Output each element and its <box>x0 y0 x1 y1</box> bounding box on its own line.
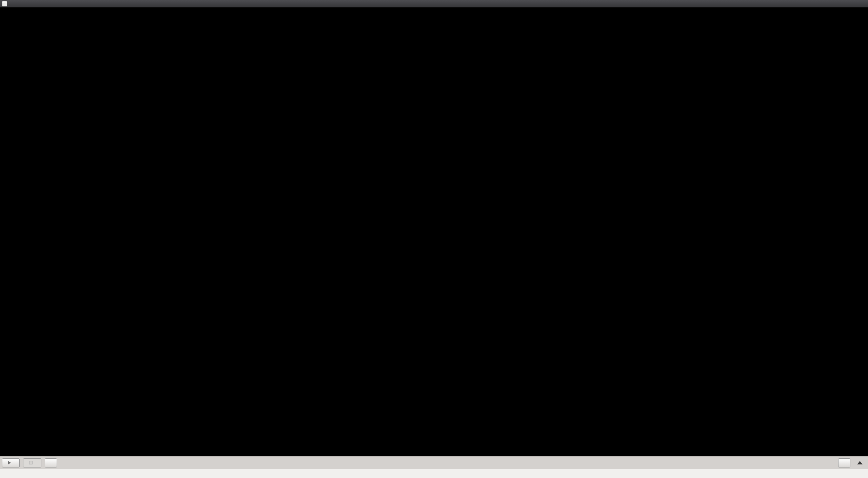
window-titlebar <box>0 0 868 7</box>
status-bar <box>0 469 868 478</box>
app-icon <box>2 1 7 6</box>
stop-icon <box>29 461 33 464</box>
play-icon <box>8 461 11 464</box>
statusbar-links <box>857 464 863 478</box>
start-online-button[interactable] <box>2 458 20 467</box>
plots-grid <box>0 7 868 443</box>
collapse-toolbar-icon[interactable] <box>857 461 863 464</box>
toolbar <box>0 456 868 469</box>
t0-label <box>0 443 868 456</box>
reset-button[interactable] <box>45 458 57 467</box>
stop-online-button[interactable] <box>23 458 41 467</box>
snapshot-button[interactable] <box>838 458 850 467</box>
